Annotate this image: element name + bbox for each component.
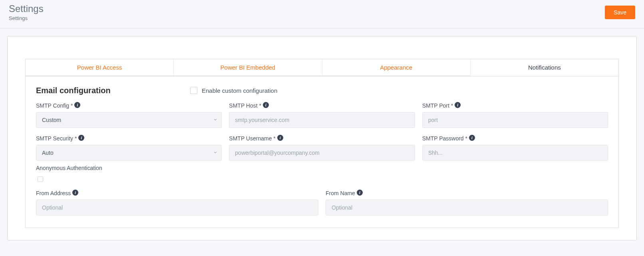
select-smtp-security-wrap: Auto (36, 145, 222, 161)
input-smtp-host[interactable] (229, 112, 415, 128)
label-smtp-port-text: SMTP Port * (422, 102, 453, 109)
label-from-name: From Name i (326, 190, 608, 196)
field-smtp-config: SMTP Config * i Custom (36, 102, 222, 128)
breadcrumb: Settings (9, 15, 44, 21)
info-icon[interactable]: i (74, 102, 80, 108)
field-from-address: From Address i (36, 190, 318, 216)
input-from-name[interactable] (326, 200, 608, 216)
label-smtp-password-text: SMTP Password * (422, 135, 467, 142)
field-anon-auth: Anonymous Authentication (36, 165, 608, 184)
tabs: Power BI Access Power BI Embedded Appear… (25, 59, 619, 76)
field-smtp-host: SMTP Host * i (229, 102, 415, 128)
label-from-name-text: From Name (326, 190, 355, 196)
select-smtp-config[interactable]: Custom (36, 112, 222, 128)
save-button[interactable]: Save (605, 6, 635, 19)
label-smtp-port: SMTP Port * i (422, 102, 608, 109)
info-icon[interactable]: i (469, 135, 475, 141)
label-smtp-username-text: SMTP Username * (229, 135, 275, 142)
info-icon[interactable]: i (72, 190, 78, 196)
info-icon[interactable]: i (263, 102, 269, 108)
checkbox-anon-auth[interactable] (38, 176, 43, 182)
tab-appearance[interactable]: Appearance (322, 59, 471, 76)
select-smtp-security[interactable]: Auto (36, 145, 222, 161)
page-title: Settings (9, 3, 44, 14)
field-from-name: From Name i (326, 190, 608, 216)
input-smtp-password[interactable] (422, 145, 608, 161)
label-smtp-username: SMTP Username * i (229, 135, 415, 142)
info-icon[interactable]: i (78, 135, 84, 141)
tab-power-bi-embedded[interactable]: Power BI Embedded (174, 59, 322, 76)
label-from-address: From Address i (36, 190, 318, 196)
smtp-grid-1: SMTP Config * i Custom SMTP Host (36, 102, 608, 161)
label-smtp-host: SMTP Host * i (229, 102, 415, 109)
select-smtp-config-wrap: Custom (36, 112, 222, 128)
settings-card: Power BI Access Power BI Embedded Appear… (7, 36, 637, 240)
content: Power BI Access Power BI Embedded Appear… (0, 29, 644, 248)
label-smtp-security: SMTP Security * i (36, 135, 222, 142)
input-from-address[interactable] (36, 200, 318, 216)
section-title: Email configuration (36, 86, 173, 95)
label-smtp-config-text: SMTP Config * (36, 102, 73, 109)
page-header: Settings Settings Save (0, 0, 644, 29)
field-smtp-port: SMTP Port * i (422, 102, 608, 128)
input-smtp-username[interactable] (229, 145, 415, 161)
from-grid: From Address i From Name i (36, 190, 608, 216)
tab-panel-notifications: Email configuration Enable custom config… (25, 76, 619, 228)
tab-power-bi-access[interactable]: Power BI Access (26, 59, 174, 76)
info-icon[interactable]: i (277, 135, 283, 141)
field-smtp-username: SMTP Username * i (229, 135, 415, 161)
label-smtp-config: SMTP Config * i (36, 102, 222, 109)
section-header-row: Email configuration Enable custom config… (36, 86, 608, 95)
label-smtp-security-text: SMTP Security * (36, 135, 77, 142)
info-icon[interactable]: i (455, 102, 461, 108)
field-smtp-security: SMTP Security * i Auto (36, 135, 222, 161)
enable-custom-config-checkbox[interactable] (190, 87, 197, 94)
enable-custom-config-row[interactable]: Enable custom configuration (189, 86, 277, 95)
label-smtp-host-text: SMTP Host * (229, 102, 261, 109)
info-icon[interactable]: i (357, 190, 363, 196)
page-titles: Settings Settings (9, 3, 44, 21)
enable-custom-config-label: Enable custom configuration (202, 87, 277, 94)
label-from-address-text: From Address (36, 190, 71, 196)
label-anon-auth: Anonymous Authentication (36, 165, 608, 171)
tab-notifications[interactable]: Notifications (471, 59, 618, 76)
input-smtp-port[interactable] (422, 112, 608, 128)
label-smtp-password: SMTP Password * i (422, 135, 608, 142)
field-smtp-password: SMTP Password * i (422, 135, 608, 161)
